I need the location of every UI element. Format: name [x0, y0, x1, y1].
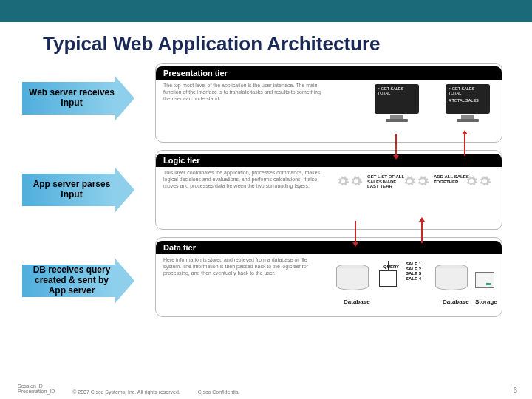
connector-arrow-icon — [421, 221, 423, 243]
branch-icon — [379, 270, 397, 287]
copyright: © 2007 Cisco Systems, Inc. All rights re… — [72, 389, 180, 395]
arrow-web-server: Web server receives Input — [22, 76, 140, 120]
database-icon — [336, 265, 369, 294]
tier-description: Here information is stored and retrieved… — [163, 257, 326, 276]
monitor-icon: > GET SALESTOTAL — [375, 84, 419, 126]
header-bar — [0, 0, 532, 22]
tier-description: This layer coordinates the application, … — [163, 170, 326, 189]
connector-arrow-icon — [355, 221, 356, 243]
logic-tier: Logic tier This layer coordinates the ap… — [155, 150, 502, 230]
arrow-label: DB receives query created & sent by App … — [25, 265, 118, 297]
monitor-icon: > GET SALESTOTAL4 TOTAL SALES — [446, 84, 490, 126]
storage-icon — [475, 272, 494, 288]
arrow-db-server: DB receives query created & sent by App … — [22, 259, 140, 303]
arrow-label: Web server receives Input — [25, 82, 118, 115]
footer: Session ID Presentation_ID © 2007 Cisco … — [18, 383, 517, 395]
connector-arrow-icon — [464, 134, 466, 156]
arrow-app-server: App server parses Input — [22, 168, 140, 212]
tier-title: Data tier — [156, 241, 502, 254]
sales-list: SALE 1 SALE 2 SALE 3 SALE 4 — [406, 262, 421, 281]
query-label: QUERY — [383, 265, 399, 269]
session-id: Session ID Presentation_ID — [18, 383, 55, 395]
tier-description: The top-most level of the application is… — [163, 83, 326, 102]
database-label: Database — [344, 299, 370, 305]
page-number: 6 — [513, 386, 517, 395]
page-title: Typical Web Application Architecture — [43, 33, 532, 55]
database-label: Database — [443, 299, 469, 305]
gears-icon — [465, 174, 494, 204]
data-tier: Data tier Here information is stored and… — [155, 237, 502, 317]
storage-label: Storage — [475, 299, 497, 305]
arrow-label: App server parses Input — [25, 174, 118, 206]
logic-label: GET LIST OF ALL SALES MADE LAST YEAR — [367, 174, 404, 189]
main-diagram: Web server receives Input App server par… — [0, 63, 532, 384]
tier-title: Logic tier — [156, 154, 502, 167]
presentation-tier: Presentation tier The top-most level of … — [155, 63, 502, 143]
tiers-diagram: Presentation tier The top-most level of … — [155, 63, 502, 324]
connector-arrow-icon — [395, 134, 397, 156]
gears-icon — [336, 174, 366, 204]
database-icon — [435, 265, 468, 294]
gears-icon — [403, 174, 432, 204]
tier-title: Presentation tier — [156, 66, 502, 80]
confidential: Cisco Confidential — [198, 389, 239, 395]
